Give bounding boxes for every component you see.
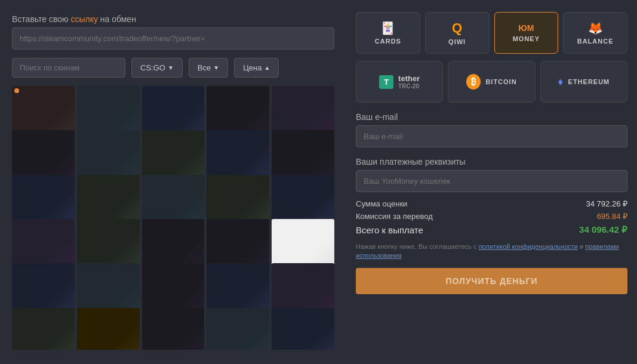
- all-filter-button[interactable]: Все ▼: [189, 58, 228, 78]
- tether-label: tether TRC-20: [398, 74, 420, 90]
- filters-row: CS:GO ▼ Все ▼ Цена ▲: [12, 58, 334, 78]
- payment-ethereum-button[interactable]: ♦ Ethereum: [540, 61, 627, 103]
- qiwi-label: QIWI: [448, 38, 466, 45]
- all-filter-label: Все: [198, 63, 211, 72]
- terms-text: Нажав кнопку ниже, Вы соглашаетесь с пол…: [356, 242, 627, 261]
- total-value: 34 096.42 ₽: [579, 224, 627, 235]
- balance-icon: 🦊: [588, 21, 603, 35]
- commission-value: 695.84 ₽: [597, 212, 627, 221]
- summary-row: Сумма оценки 34 792.26 ₽: [356, 199, 627, 208]
- cards-label: CARDS: [375, 38, 401, 45]
- trade-link-input[interactable]: [12, 27, 334, 50]
- price-filter-button[interactable]: Цена ▲: [234, 58, 279, 78]
- get-money-button[interactable]: ПОЛУЧИТЬ ДЕНЬГИ: [356, 268, 627, 294]
- email-label: Ваш e-mail: [356, 112, 627, 122]
- crypto-methods-grid: T tether TRC-20 ₿ bitcoin ♦ Ethereum: [356, 61, 627, 103]
- payment-balance-button[interactable]: 🦊 BALANCE: [563, 12, 627, 54]
- skins-grid: [12, 86, 334, 350]
- cards-icon: 🃏: [380, 21, 395, 35]
- email-input[interactable]: [356, 125, 627, 147]
- payment-tether-button[interactable]: T tether TRC-20: [356, 61, 443, 103]
- payment-money-button[interactable]: ЮМ money: [494, 12, 559, 54]
- right-panel: 🃏 CARDS Q QIWI ЮМ money 🦊 BALANCE T teth…: [346, 0, 637, 364]
- total-row: Всего к выплате 34 096.42 ₽: [356, 224, 627, 235]
- game-filter-button[interactable]: CS:GO ▼: [131, 58, 183, 78]
- skin-item[interactable]: [142, 308, 205, 350]
- left-panel: Вставьте свою ссылку на обмен CS:GO ▼ Вс…: [0, 0, 346, 364]
- trade-link-anchor[interactable]: ссылку: [70, 14, 98, 24]
- tether-icon: T: [379, 75, 393, 89]
- summary-value: 34 792.26 ₽: [586, 199, 627, 208]
- chevron-down-icon: ▼: [213, 64, 219, 71]
- label-suffix: на обмен: [98, 14, 136, 24]
- payment-qiwi-button[interactable]: Q QIWI: [425, 12, 490, 54]
- price-filter-label: Цена: [243, 63, 261, 72]
- ethereum-label: Ethereum: [568, 78, 610, 85]
- payment-cards-button[interactable]: 🃏 CARDS: [356, 12, 420, 54]
- trade-link-section: Вставьте свою ссылку на обмен: [12, 14, 334, 50]
- wallet-label: Ваши платежные реквизиты: [356, 157, 627, 166]
- game-filter-label: CS:GO: [140, 63, 165, 72]
- trade-link-label: Вставьте свою ссылку на обмен: [12, 14, 334, 24]
- commission-label: Комиссия за перевод: [356, 212, 433, 221]
- skin-item[interactable]: [77, 308, 140, 350]
- qiwi-icon: Q: [452, 20, 462, 36]
- bitcoin-icon: ₿: [466, 74, 481, 90]
- commission-row: Комиссия за перевод 695.84 ₽: [356, 212, 627, 221]
- wallet-section: Ваши платежные реквизиты: [356, 155, 627, 192]
- balance-label: BALANCE: [577, 38, 614, 45]
- skin-item[interactable]: [272, 308, 334, 350]
- summary-label: Сумма оценки: [356, 199, 407, 208]
- bitcoin-label: bitcoin: [485, 78, 516, 85]
- skin-item[interactable]: [12, 308, 75, 350]
- total-label: Всего к выплате: [356, 225, 423, 235]
- email-section: Ваш e-mail: [356, 110, 627, 147]
- privacy-policy-link[interactable]: политикой конфиденциальности: [479, 243, 578, 250]
- wallet-input[interactable]: [356, 170, 627, 192]
- payment-bitcoin-button[interactable]: ₿ bitcoin: [448, 61, 535, 103]
- summary-section: Сумма оценки 34 792.26 ₽ Комиссия за пер…: [356, 199, 627, 235]
- ethereum-icon: ♦: [558, 76, 563, 88]
- label-prefix: Вставьте свою: [12, 14, 70, 24]
- search-input[interactable]: [12, 58, 125, 78]
- money-icon: ЮМ: [518, 23, 534, 33]
- chevron-up-icon: ▲: [264, 64, 270, 71]
- payment-methods-grid: 🃏 CARDS Q QIWI ЮМ money 🦊 BALANCE: [356, 12, 627, 54]
- money-label: money: [513, 35, 540, 42]
- chevron-down-icon: ▼: [168, 64, 174, 71]
- skin-item[interactable]: [207, 308, 269, 350]
